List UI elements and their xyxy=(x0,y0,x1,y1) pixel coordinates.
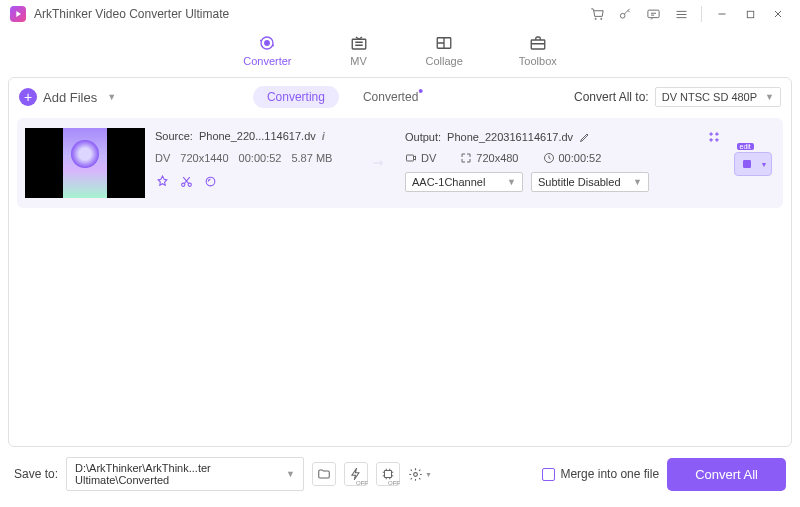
tab-converter-label: Converter xyxy=(243,55,291,67)
chevron-down-icon: ▼ xyxy=(761,161,768,168)
svg-point-15 xyxy=(414,472,418,476)
chevron-down-icon: ▼ xyxy=(286,469,295,479)
file-row: Source: Phone_220...114617.dv i DV 720x1… xyxy=(17,118,783,208)
merge-label: Merge into one file xyxy=(560,467,659,481)
svg-rect-14 xyxy=(385,471,392,478)
svg-rect-13 xyxy=(743,160,751,168)
compress-icon[interactable] xyxy=(707,130,721,144)
gpu-accel-button[interactable]: OFF xyxy=(376,462,400,486)
svg-rect-2 xyxy=(747,11,753,17)
source-resolution: 720x1440 xyxy=(180,152,228,164)
key-icon[interactable] xyxy=(613,2,637,26)
output-duration: 00:00:52 xyxy=(559,152,602,164)
edit-format-button[interactable]: ▼ xyxy=(734,152,773,176)
close-icon[interactable] xyxy=(766,2,790,26)
edit-name-icon[interactable] xyxy=(579,131,591,143)
output-label: Output: xyxy=(405,131,441,143)
arrow-icon xyxy=(365,153,395,173)
resolution-icon xyxy=(460,152,472,164)
cut-icon[interactable] xyxy=(179,174,193,188)
cart-icon[interactable] xyxy=(585,2,609,26)
tab-mv[interactable]: MV xyxy=(348,34,370,67)
source-duration: 00:00:52 xyxy=(239,152,282,164)
convert-all-button[interactable]: Convert All xyxy=(667,458,786,491)
app-title: ArkThinker Video Converter Ultimate xyxy=(34,7,229,21)
video-icon xyxy=(405,152,417,164)
hardware-accel-button[interactable]: OFF xyxy=(344,462,368,486)
tab-converter[interactable]: Converter xyxy=(243,34,291,67)
chevron-down-icon: ▼ xyxy=(507,177,516,187)
tab-toolbox[interactable]: Toolbox xyxy=(519,34,557,67)
output-resolution: 720x480 xyxy=(476,152,518,164)
tab-toolbox-label: Toolbox xyxy=(519,55,557,67)
output-filename: Phone_220316114617.dv xyxy=(447,131,573,143)
divider xyxy=(701,6,702,22)
checkbox-icon xyxy=(542,468,555,481)
format-value: DV NTSC SD 480P xyxy=(662,91,757,103)
minimize-icon[interactable] xyxy=(710,2,734,26)
save-to-label: Save to: xyxy=(14,467,58,481)
maximize-icon[interactable] xyxy=(738,2,762,26)
chevron-down-icon: ▼ xyxy=(107,92,116,102)
tab-mv-label: MV xyxy=(350,55,367,67)
save-path-value: D:\ArkThinker\ArkThink...ter Ultimate\Co… xyxy=(75,462,282,486)
video-thumbnail[interactable] xyxy=(25,128,145,198)
subtitle-select-value: Subtitle Disabled xyxy=(538,176,621,188)
save-path-select[interactable]: D:\ArkThinker\ArkThink...ter Ultimate\Co… xyxy=(66,457,304,491)
svg-point-0 xyxy=(620,13,625,18)
source-codec: DV xyxy=(155,152,170,164)
filter-converting[interactable]: Converting xyxy=(253,86,339,108)
feedback-icon[interactable] xyxy=(641,2,665,26)
svg-point-10 xyxy=(206,177,215,186)
open-folder-button[interactable] xyxy=(312,462,336,486)
clock-icon xyxy=(543,152,555,164)
collage-icon xyxy=(433,34,455,52)
merge-checkbox[interactable]: Merge into one file xyxy=(542,467,659,481)
source-size: 5.87 MB xyxy=(291,152,332,164)
filter-converted[interactable]: Converted• xyxy=(349,86,437,108)
add-files-button[interactable]: + Add Files ▼ xyxy=(19,88,116,106)
chevron-down-icon: ▼ xyxy=(633,177,642,187)
pin-icon[interactable] xyxy=(155,174,169,188)
info-icon[interactable]: i xyxy=(322,130,325,142)
svg-point-4 xyxy=(265,41,270,46)
menu-icon[interactable] xyxy=(669,2,693,26)
settings-button[interactable]: ▼ xyxy=(408,462,432,486)
svg-rect-5 xyxy=(352,39,366,49)
mv-icon xyxy=(348,34,370,52)
svg-rect-7 xyxy=(531,40,545,49)
format-select[interactable]: DV NTSC SD 480P ▼ xyxy=(655,87,781,107)
convert-all-to-label: Convert All to: xyxy=(574,90,649,104)
audio-select-value: AAC-1Channel xyxy=(412,176,485,188)
converter-icon xyxy=(256,34,278,52)
svg-rect-11 xyxy=(407,155,414,161)
app-logo xyxy=(10,6,26,22)
toolbox-icon xyxy=(527,34,549,52)
dot-indicator: • xyxy=(418,83,423,99)
plus-icon: + xyxy=(19,88,37,106)
enhance-icon[interactable] xyxy=(203,174,217,188)
tab-collage[interactable]: Collage xyxy=(426,34,463,67)
output-codec: DV xyxy=(421,152,436,164)
svg-rect-1 xyxy=(647,10,658,18)
audio-select[interactable]: AAC-1Channel ▼ xyxy=(405,172,523,192)
chevron-down-icon: ▼ xyxy=(765,92,774,102)
source-label: Source: xyxy=(155,130,193,142)
source-filename: Phone_220...114617.dv xyxy=(199,130,316,142)
tab-collage-label: Collage xyxy=(426,55,463,67)
add-files-label: Add Files xyxy=(43,90,97,105)
subtitle-select[interactable]: Subtitle Disabled ▼ xyxy=(531,172,649,192)
